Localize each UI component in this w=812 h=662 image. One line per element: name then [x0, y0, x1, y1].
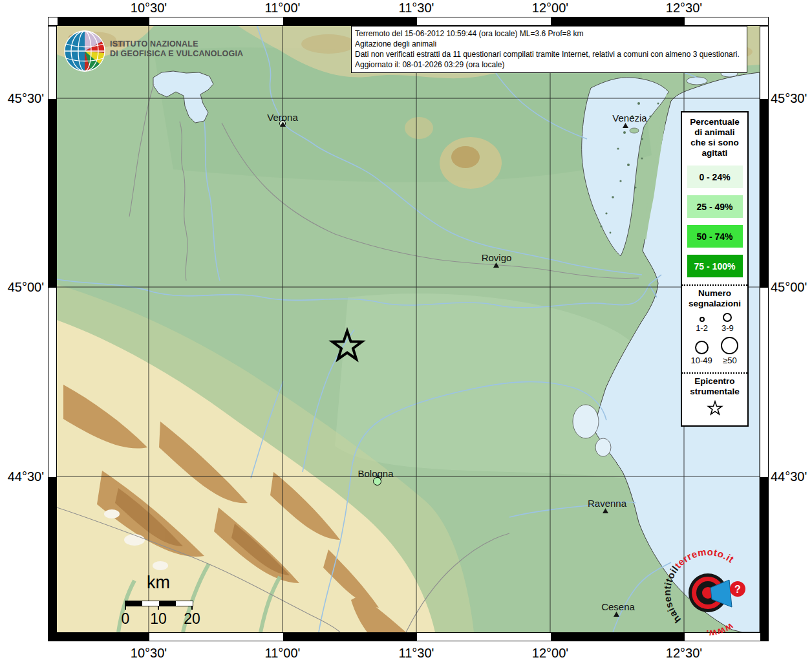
- lat-label-left: 45°00': [1, 280, 44, 294]
- scalebar-unit: km: [126, 573, 191, 593]
- scalebar-tick: [158, 606, 159, 610]
- lon-label-bottom: 12°30': [655, 646, 713, 660]
- city-label: Venezia: [612, 112, 646, 123]
- city-triangle-icon: [493, 262, 499, 268]
- legend: Percentuale di animali che si sono agita…: [681, 111, 749, 427]
- city-label: Cesena: [601, 601, 635, 612]
- scalebar-tick: [191, 606, 193, 610]
- lat-label-right: 45°30': [771, 91, 812, 105]
- watermark-logo: ? haisentitoilterremoto.it www.: [656, 540, 769, 640]
- map-frame-left: [48, 26, 57, 632]
- signal-size-label: ≥50: [723, 356, 737, 365]
- lon-label-bottom: 10°30': [120, 646, 178, 660]
- scalebar-bar: [125, 601, 193, 606]
- ingv-name-line1: ISTITUTO NAZIONALE: [110, 39, 243, 49]
- epicenter-star-icon: [328, 327, 367, 366]
- epicenter-legend-star-icon: [705, 400, 725, 418]
- legend-percent-title: Percentuale di animali che si sono agita…: [682, 112, 747, 158]
- watermark-text-www: www.: [706, 621, 736, 639]
- lat-label-right: 44°30': [771, 469, 812, 484]
- signal-size-label: 3-9: [721, 323, 734, 333]
- signal-circle-icon: [695, 341, 709, 354]
- percent-swatch: 0 - 24%: [687, 166, 743, 188]
- signal-circle-icon: [723, 313, 732, 322]
- lon-label-bottom: 11°00': [253, 646, 312, 660]
- event-disclaimer: Dati non verificati estratti da 11 quest…: [355, 49, 743, 59]
- lon-label-top: 11°00': [253, 1, 312, 15]
- city-triangle-icon: [603, 508, 608, 513]
- legend-signals-section: Numero segnalazioni 1-2 3-9 10-49 ≥50: [682, 284, 747, 365]
- lon-label-top: 12°30': [655, 1, 713, 15]
- signal-size-label: 1-2: [696, 323, 708, 333]
- ingv-name-line2: DI GEOFISICA E VULCANOLOGIA: [110, 49, 243, 59]
- legend-epicenter-title: Epicentro strumentale: [682, 374, 747, 397]
- event-title-box: Terremoto del 15-06-2012 10:59:44 (ora l…: [351, 26, 747, 73]
- ingv-logo-globe-icon: [62, 28, 107, 74]
- signal-circle-icon: [721, 337, 738, 354]
- earthquake-map-page: { "brand": { "line1": "ISTITUTO NAZIONAL…: [0, 0, 812, 662]
- lon-label-bottom: 12°00': [521, 646, 579, 660]
- lon-label-top: 10°30': [120, 1, 178, 15]
- scalebar-tick-label: 0: [114, 610, 136, 628]
- ingv-logo-text: ISTITUTO NAZIONALE DI GEOFISICA E VULCAN…: [110, 39, 243, 59]
- city-triangle-icon: [623, 123, 628, 128]
- legend-signals-title: Numero segnalazioni: [682, 286, 747, 309]
- question-badge-glyph: ?: [734, 584, 741, 595]
- question-badge-icon: ?: [730, 581, 745, 597]
- lat-label-left: 44°30': [1, 469, 44, 484]
- lat-label-right: 45°00': [771, 280, 812, 294]
- watermark-text-haisentito: haisentito: [661, 570, 683, 625]
- lon-label-bottom: 11°30': [387, 646, 445, 660]
- scalebar-tick-label: 10: [147, 610, 169, 628]
- map-frame-top: [48, 17, 769, 26]
- percent-swatch: 50 - 74%: [687, 225, 743, 248]
- lon-label-top: 12°00': [521, 1, 579, 15]
- scalebar-tick: [125, 606, 126, 610]
- event-updated-at: Aggiornato il: 08-01-2026 03:29 (ora loc…: [355, 59, 743, 70]
- city-triangle-icon: [614, 612, 619, 617]
- watermark-text-terremoto: terremoto.it: [672, 546, 736, 570]
- city-label: Ravenna: [588, 498, 626, 509]
- lat-label-left: 45°30': [1, 91, 44, 105]
- signal-circle-icon: [700, 317, 705, 322]
- event-summary: Terremoto del 15-06-2012 10:59:44 (ora l…: [355, 28, 743, 39]
- legend-epicenter-section: Epicentro strumentale: [682, 372, 747, 420]
- watermark-arc-text-bottom: www.: [706, 621, 736, 639]
- percent-swatch: 25 - 49%: [687, 195, 743, 218]
- lon-label-top: 11°30': [387, 1, 445, 15]
- city-report-circle: [373, 477, 381, 486]
- map-canvas: [57, 26, 760, 632]
- city-label: Rovigo: [482, 252, 512, 263]
- signal-size-label: 10-49: [691, 356, 712, 365]
- city-triangle-icon: [280, 122, 286, 127]
- event-subtitle: Agitazione degli animali: [355, 39, 743, 49]
- scalebar-tick-label: 20: [181, 610, 203, 628]
- percent-swatch: 75 - 100%: [687, 255, 743, 277]
